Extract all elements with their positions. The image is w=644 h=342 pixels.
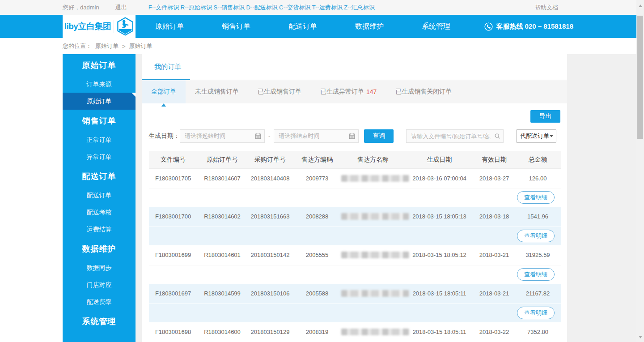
orders-table: 文件编号 原始订单号 采购订单号 售达方编码 售达方名称 生成日期 有效日期 总…: [149, 151, 561, 342]
calendar-icon[interactable]: [255, 133, 261, 139]
cell-file-no: F1803001700: [149, 207, 197, 227]
logo[interactable]: liby立白集团: [63, 15, 136, 38]
sidebar-group-sales-orders[interactable]: 销售订单: [63, 111, 136, 131]
scroll-up-arrow-icon[interactable]: [639, 4, 642, 7]
col-purchase-no: 采购订单号: [247, 151, 293, 168]
view-detail-button[interactable]: 查看明细: [517, 268, 555, 281]
sidebar-group-data-maintenance[interactable]: 数据维护: [63, 239, 136, 259]
view-detail-button[interactable]: 查看明细: [517, 191, 555, 204]
nav-item-data-maintenance[interactable]: 数据维护: [355, 22, 384, 31]
tab-sales-generated[interactable]: 已生成销售订单: [248, 80, 311, 103]
logout-link[interactable]: 退出: [115, 4, 127, 12]
logo-text: liby立白集团: [64, 21, 111, 32]
cell-file-no: F1803001705: [149, 168, 197, 188]
breadcrumb-separator: >: [122, 43, 126, 50]
date-range-separator: -: [268, 133, 270, 140]
sidebar-item-freight-settlement[interactable]: 运费结算: [63, 221, 136, 238]
breadcrumb-prefix: 您的位置：: [63, 42, 92, 50]
export-button[interactable]: 导出: [530, 110, 560, 123]
scroll-down-arrow-icon[interactable]: [639, 336, 642, 338]
breadcrumb-level1[interactable]: 原始订单: [95, 42, 119, 50]
col-gen-date: 生成日期: [405, 151, 474, 168]
sidebar-item-delivery-orders[interactable]: 配送订单: [63, 187, 136, 204]
phone-icon: [484, 22, 493, 31]
start-date-input[interactable]: 请选择起始时间: [180, 129, 265, 143]
tab-all-orders[interactable]: 全部订单: [142, 80, 186, 103]
prefix-legend: F--文件标识 R--原始标识 S--销售标识 D--配送标识 C--交货标识 …: [148, 4, 375, 12]
table-row: F1803001699 R1803014601 201803150142 200…: [149, 245, 561, 265]
top-tab-row: 我的订单: [142, 54, 567, 80]
tab-sales-closed[interactable]: 已生成销售关闭订单: [386, 80, 461, 103]
sidebar-group-system-management[interactable]: 系统管理: [63, 311, 136, 332]
order-type-selected-value: 代配送订单: [520, 132, 549, 140]
query-button[interactable]: 查询: [364, 129, 394, 143]
tab-sales-generated-label: 已生成销售订单: [258, 88, 301, 96]
view-detail-button[interactable]: 查看明细: [517, 230, 555, 242]
sidebar-item-order-source[interactable]: 订单来源: [63, 76, 136, 93]
tab-abnormal-generated[interactable]: 已生成异常订单 147: [311, 80, 386, 103]
nav-item-system-management[interactable]: 系统管理: [422, 22, 450, 31]
hotline-text: 客服热线 020 – 81581818: [496, 22, 573, 31]
tab-all-orders-label: 全部订单: [151, 88, 176, 96]
sidebar-item-store-mapping[interactable]: 门店对应: [63, 276, 136, 293]
nav-item-delivery-orders[interactable]: 配送订单: [288, 22, 317, 31]
sidebar-group-original-orders[interactable]: 原始订单: [63, 55, 136, 76]
sub-tab-row: 全部订单 未生成销售订单 已生成销售订单 已生成异常订单 147 已生成销售关闭…: [142, 80, 567, 103]
cell-original-no: R1803014607: [197, 168, 247, 188]
sidebar-group-delivery-orders[interactable]: 配送订单: [63, 166, 136, 187]
tab-no-sales-generated[interactable]: 未生成销售订单: [186, 80, 248, 103]
logo-divider: [114, 20, 114, 33]
cell-total: 126.00: [514, 168, 561, 188]
col-file-no: 文件编号: [149, 151, 197, 168]
cell-gen-date: 2018-03-15 18:05:11: [405, 284, 474, 304]
cell-buyer-code: 2005555: [293, 245, 341, 265]
search-icon[interactable]: [494, 133, 500, 139]
sidebar-item-original-orders[interactable]: 原始订单: [63, 93, 136, 110]
date-filter-label: 生成日期：: [148, 132, 180, 140]
page: 您好，dadmin 退出 F--文件标识 R--原始标识 S--销售标识 D--…: [0, 0, 644, 342]
tab-sales-closed-label: 已生成销售关闭订单: [395, 88, 452, 96]
abnormal-count-badge: 147: [366, 88, 377, 95]
cell-purchase-no: 201803150129: [247, 322, 293, 342]
start-date-placeholder: 请选择起始时间: [185, 132, 225, 140]
breadcrumb-level2: 原始订单: [129, 42, 153, 50]
sidebar-item-abnormal-orders[interactable]: 异常订单: [63, 148, 136, 165]
cell-buyer-name: [341, 207, 405, 227]
vertical-scrollbar[interactable]: [636, 0, 644, 342]
view-detail-button[interactable]: 查看明细: [517, 307, 555, 319]
tab-my-orders[interactable]: 我的订单: [142, 54, 190, 80]
cell-original-no: R1803014601: [197, 245, 247, 265]
cell-file-no: F1803001699: [149, 245, 197, 265]
sidebar-item-data-sync[interactable]: 数据同步: [63, 259, 136, 276]
tab-no-sales-generated-label: 未生成销售订单: [195, 88, 239, 96]
sidebar-item-normal-orders[interactable]: 正常订单: [63, 131, 136, 148]
cell-original-no: R1803014599: [197, 284, 247, 304]
table-row-actions: 查看明细: [149, 265, 561, 284]
main-navbar: liby立白集团 原始订单 销售订单 配送订单 数据维护 系统管理: [0, 15, 644, 38]
table-row: F1803001705 R1803014607 201803140408 200…: [149, 168, 561, 188]
table-header-row: 文件编号 原始订单号 采购订单号 售达方编码 售达方名称 生成日期 有效日期 总…: [149, 151, 561, 168]
sidebar-item-delivery-assessment[interactable]: 配送考核: [63, 204, 136, 221]
sidebar-item-delivery-rate[interactable]: 配送费率: [63, 293, 136, 310]
end-date-input[interactable]: 请选择结束时间: [274, 129, 359, 143]
help-doc-link[interactable]: 帮助文档: [535, 4, 558, 12]
nav-item-sales-orders[interactable]: 销售订单: [222, 22, 250, 31]
cell-buyer-name: [341, 284, 405, 304]
keyword-search-input[interactable]: [406, 129, 504, 143]
service-hotline: 客服热线 020 – 81581818: [484, 15, 573, 38]
buyer-name-redacted: [341, 252, 409, 258]
cell-file-no: F1803001698: [149, 322, 197, 342]
nav-item-original-orders[interactable]: 原始订单: [155, 22, 184, 31]
cell-buyer-code: 2005588: [293, 284, 341, 304]
calendar-icon[interactable]: [349, 133, 355, 139]
export-row: 导出: [142, 103, 567, 123]
order-type-select[interactable]: 代配送订单: [516, 129, 556, 143]
scrollbar-thumb[interactable]: [637, 16, 643, 139]
col-total: 总金额: [514, 151, 561, 168]
hexagon-person-icon: [117, 17, 134, 36]
cell-buyer-name: [341, 168, 405, 188]
cell-valid-date: 2018-03-22: [474, 322, 514, 342]
top-utility-bar: 您好，dadmin 退出 F--文件标识 R--原始标识 S--销售标识 D--…: [0, 0, 644, 15]
cell-file-no: F1803001697: [149, 284, 197, 304]
tab-abnormal-generated-label: 已生成异常订单: [320, 88, 364, 96]
